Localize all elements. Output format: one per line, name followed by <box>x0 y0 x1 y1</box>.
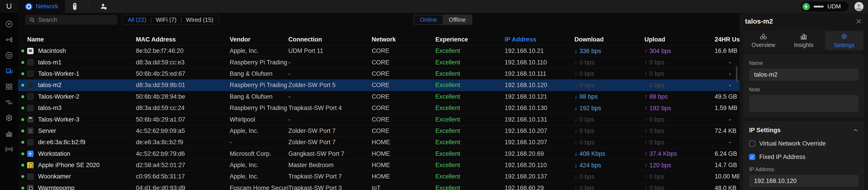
col-network[interactable]: Network <box>372 36 435 43</box>
sidebar-item-unifi-devices[interactable] <box>4 50 14 60</box>
fixed-ip-checkbox[interactable]: ✓ Fixed IP Address <box>749 154 859 161</box>
col-ip-address[interactable]: IP Address <box>505 36 575 43</box>
table-row[interactable]: Talos-Worker-150:6b:4b:25:ed:67Bang & Ol… <box>18 68 740 80</box>
toggle-online[interactable]: Online <box>414 15 443 24</box>
sidebar-item-dashboard[interactable] <box>4 19 14 29</box>
device-thumbnail <box>27 105 33 111</box>
network: CORE <box>372 59 435 66</box>
download-arrow-icon: ↓ <box>575 139 578 146</box>
sidebar-item-topology[interactable] <box>4 34 14 45</box>
user-avatar[interactable] <box>855 2 864 11</box>
experience: Excellent <box>435 82 505 89</box>
online-status-icon <box>21 49 24 52</box>
network: CORE <box>372 82 435 89</box>
mac-address: 50:6b:4b:28:94:be <box>136 93 230 100</box>
download-arrow-icon: ↓ <box>575 150 578 157</box>
table-row[interactable]: Workstation4c:52:62:b9:79:d6Microsoft Co… <box>18 148 740 160</box>
client-devices-icon <box>5 67 13 75</box>
filter-wifi[interactable]: WiFi (7) <box>156 16 177 23</box>
mac-address: d8:3a:dd:59:cc:24 <box>136 105 230 112</box>
sidebar-item-client-devices[interactable] <box>4 66 14 76</box>
client-name: de:e6:3a:8c:b2:f9 <box>27 139 136 146</box>
tab-overview[interactable]: Overview <box>744 31 783 50</box>
upload-arrow-icon: ↑ <box>645 105 648 112</box>
sidebar-item-statistics[interactable] <box>4 128 14 139</box>
col-upload[interactable]: Upload <box>645 36 715 43</box>
console-selector[interactable]: UDM <box>801 2 848 11</box>
col-connection[interactable]: Connection <box>288 36 372 43</box>
download: ↓0 bps <box>575 139 645 146</box>
ip-address: 192.168.10.207 <box>505 128 575 134</box>
table-row[interactable]: talos-m3d8:3a:dd:59:cc:24Raspberry Pi Tr… <box>18 103 740 114</box>
upload-arrow-icon: ↑ <box>645 47 648 54</box>
tab-settings[interactable]: Settings <box>825 31 864 50</box>
wifi-radios-icon <box>5 98 13 106</box>
vendor: Apple, Inc. <box>230 173 288 180</box>
col-name[interactable]: Name <box>27 36 136 43</box>
online-status-icon <box>21 164 24 167</box>
network: CORE <box>372 128 435 134</box>
table-row[interactable]: talos-m2d8:3a:dd:59:8b:01Raspberry Pi Tr… <box>18 80 740 91</box>
mac-address: 50:6b:4b:29:a1:07 <box>136 116 230 123</box>
online-status-icon <box>21 141 24 144</box>
table-row[interactable]: Macintosh8e:b2:be:f7:46:20Apple, Inc.UDM… <box>18 45 740 57</box>
vendor: - <box>230 139 288 146</box>
clients-toolbar: Search All (22) | WiFi (7) | Wired (15) … <box>18 13 740 34</box>
table-row[interactable]: Woonkamerc0:95:6d:5b:31:17Apple, Inc.Tra… <box>18 171 740 182</box>
online-status-icon <box>21 107 24 109</box>
toggle-offline[interactable]: Offline <box>443 15 472 24</box>
ip-address: 192.168.20.110 <box>505 162 575 169</box>
status-dot <box>18 95 27 98</box>
table-row[interactable]: Apple iPhone SE 2020d2:58:a4:52:01:27App… <box>18 160 740 171</box>
sidebar-item-networks[interactable] <box>4 81 14 92</box>
col-experience[interactable]: Experience <box>435 36 505 43</box>
search-placeholder: Search <box>38 16 57 23</box>
dashboard-icon <box>5 20 13 28</box>
table-row[interactable]: Talos-Worker-250:6b:4b:28:94:beBang & Ol… <box>18 91 740 103</box>
col-mac[interactable]: MAC Address <box>136 36 230 43</box>
filter-all[interactable]: All (22) <box>128 16 146 23</box>
search-input[interactable]: Search <box>25 15 118 25</box>
tab-network[interactable]: Network <box>18 0 65 13</box>
sidebar-item-wifi-radios[interactable] <box>4 97 14 107</box>
note-input[interactable] <box>749 95 859 112</box>
col-download[interactable]: Download <box>575 36 645 43</box>
connection: Gangkast-SW Port 7 <box>288 150 372 157</box>
vendor: Raspberry Pi Trading Ltd <box>230 59 288 66</box>
tab-protect[interactable] <box>65 0 85 13</box>
chevron-up-icon[interactable] <box>852 128 859 133</box>
table-row[interactable]: Warmtepomp04:d1:6e:d0:93:d9Foscam Home S… <box>18 183 740 190</box>
tab-users[interactable] <box>93 0 115 13</box>
hotspot-icon <box>5 145 13 153</box>
sidebar-item-hotspot[interactable] <box>4 144 14 155</box>
name-input[interactable]: talos-m2 <box>749 69 859 81</box>
filter-wired[interactable]: Wired (15) <box>186 16 213 23</box>
table-row[interactable]: talos-m1d8:3a:dd:59:cc:e3Raspberry Pi Tr… <box>18 57 740 68</box>
ip-address-label: IP Address <box>749 166 859 172</box>
connection: - <box>288 59 372 66</box>
device-thumbnail <box>27 116 33 123</box>
table-row[interactable]: de:e6:3a:8c:b2:f9de:e6:3a:8c:b2:f9-Zolde… <box>18 137 740 148</box>
col-vendor[interactable]: Vendor <box>230 36 288 43</box>
usage-24hr: 14.7 GB <box>715 162 740 169</box>
ip-address-input[interactable]: 192.168.10.120 <box>749 175 859 187</box>
vendor: Raspberry Pi Trading Ltd <box>230 82 288 89</box>
topology-icon <box>5 35 13 44</box>
table-row[interactable]: Talos-Worker-350:6b:4b:29:a1:07Whirlpool… <box>18 114 740 125</box>
table-row[interactable]: Server4c:52:62:b9:09:a5Apple, Inc.Zolder… <box>18 126 740 137</box>
sidebar-item-security[interactable] <box>4 113 14 123</box>
close-icon[interactable] <box>855 18 862 25</box>
download-arrow-icon: ↓ <box>575 82 578 89</box>
filter-separator: | <box>150 17 152 23</box>
tab-insights[interactable]: Insights <box>784 31 823 50</box>
usage-24hr: 1.59 MB <box>715 105 740 112</box>
experience: Excellent <box>435 47 505 54</box>
status-dot <box>18 49 27 52</box>
col-usage[interactable]: 24HR Usage <box>715 36 740 43</box>
unifi-logo[interactable] <box>0 0 18 13</box>
table-scrollbar[interactable] <box>736 66 738 82</box>
online-status-icon <box>21 130 24 132</box>
vendor: Apple, Inc. <box>230 128 288 134</box>
virtual-network-override-checkbox[interactable]: ✓ Virtual Network Override <box>749 140 859 147</box>
upload: ↑304 bps <box>645 47 715 55</box>
